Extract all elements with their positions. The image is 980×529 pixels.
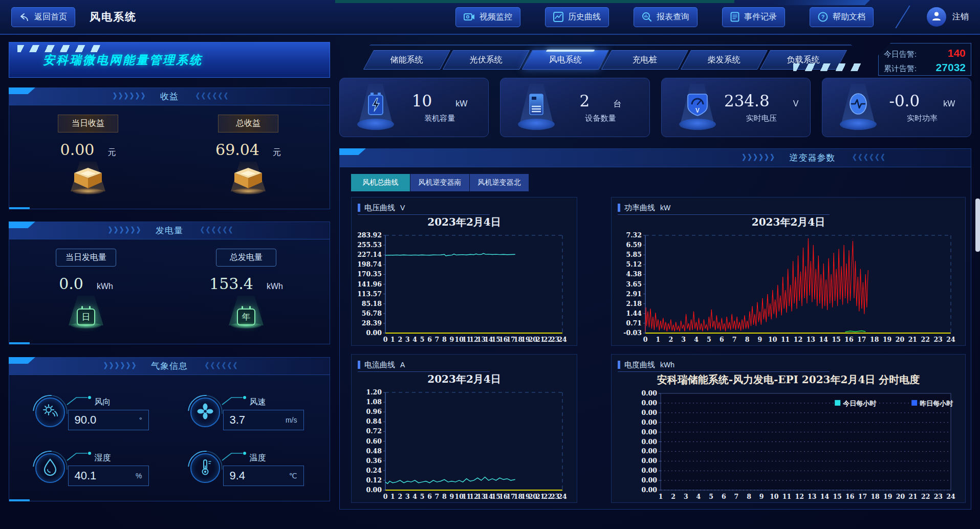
- power-pulse-icon: [845, 91, 871, 119]
- realtime-voltage-value: 234.8: [724, 92, 770, 110]
- energy-chart-heading: 安科瑞储能系统-风力发电-EPI 2023年2月4日 分时电度: [618, 371, 959, 388]
- top-nav-buttons: 视频监控 历史曲线 报表查询 事件记录 ? 帮助文档: [455, 7, 874, 27]
- inverter-panel-header: 》》》》》》 逆变器参数 《《《《《《: [340, 149, 971, 167]
- temperature-unit: ℃: [289, 472, 297, 480]
- voltage-chart-plot: 283.92255.53227.14198.74170.35141.96113.…: [358, 230, 571, 344]
- device-count-card: 2 台 设备数量: [500, 78, 649, 137]
- alarm-summary-box: 今日告警: 140 累计告警: 27032: [878, 43, 971, 76]
- tab-fan-total-curve[interactable]: 风机总曲线: [351, 174, 410, 191]
- alarm-stripes-decoration: [793, 63, 865, 71]
- help-doc-button[interactable]: ? 帮助文档: [810, 7, 874, 27]
- svg-text:10: 10: [770, 493, 779, 500]
- tab-wind-system[interactable]: 风电系统: [522, 50, 609, 70]
- svg-text:15: 15: [833, 493, 841, 500]
- title-bar-icon: [618, 361, 620, 369]
- video-monitor-button[interactable]: 视频监控: [455, 7, 520, 27]
- report-query-button[interactable]: 报表查询: [634, 7, 698, 27]
- tab-diesel-system[interactable]: 柴发系统: [681, 50, 768, 70]
- svg-text:16: 16: [844, 336, 854, 343]
- svg-text:85.18: 85.18: [362, 300, 382, 307]
- humidity-unit: %: [136, 472, 142, 480]
- svg-text:17: 17: [858, 493, 867, 500]
- svg-text:20: 20: [896, 336, 905, 343]
- svg-text:3.65: 3.65: [626, 280, 642, 288]
- svg-text:19: 19: [883, 336, 891, 343]
- svg-text:23: 23: [934, 493, 943, 500]
- wind-speed-unit: m/s: [286, 416, 297, 424]
- daily-income-metric: 当日收益 0.00 元: [58, 115, 118, 194]
- day-calendar-icon: 日: [61, 296, 111, 328]
- svg-text:24: 24: [558, 493, 567, 500]
- svg-text:5: 5: [707, 336, 711, 343]
- device-count-label: 设备数量: [585, 114, 616, 123]
- charts-grid: 电压曲线 V 2023年2月4日 283.92255.53227.14198.7…: [351, 197, 966, 503]
- svg-text:2: 2: [668, 336, 673, 343]
- tab-pv-system[interactable]: 光伏系统: [443, 50, 530, 70]
- avatar-person-icon: [930, 10, 943, 24]
- humidity-value-box: 40.1 %: [68, 466, 149, 486]
- voltage-chart-card: 电压曲线 V 2023年2月4日 283.92255.53227.14198.7…: [351, 197, 577, 346]
- user-avatar[interactable]: [927, 7, 946, 27]
- svg-text:3: 3: [405, 493, 410, 500]
- wind-direction-value: 90.0: [75, 413, 97, 427]
- svg-text:2.18: 2.18: [626, 300, 642, 307]
- svg-text:3: 3: [405, 336, 410, 343]
- svg-text:9: 9: [759, 493, 764, 500]
- svg-text:8: 8: [747, 493, 751, 500]
- svg-text:4: 4: [412, 336, 417, 343]
- video-monitor-label: 视频监控: [480, 12, 512, 23]
- history-curve-label: 历史曲线: [568, 12, 601, 23]
- tab-fan-inverter-south[interactable]: 风机逆变器南: [410, 174, 470, 191]
- current-chart-title: 电流曲线: [364, 360, 395, 370]
- svg-text:13: 13: [808, 493, 816, 500]
- realtime-power-value: -0.0: [889, 92, 920, 110]
- svg-text:19: 19: [883, 493, 892, 500]
- svg-text:24: 24: [946, 493, 955, 500]
- page-title: 风电系统: [90, 10, 137, 24]
- income-panel: 》》》》》》 收益 《《《《《《 当日收益 0.00 元: [9, 87, 330, 209]
- back-arrow-icon: [19, 12, 30, 22]
- system-tabs-row: 储能系统 光伏系统 风电系统 充电桩 柴发系统 负载系统 今日告警: 140 累…: [339, 42, 971, 74]
- svg-text:8: 8: [442, 493, 447, 500]
- svg-text:2.91: 2.91: [626, 290, 642, 298]
- scrollbar[interactable]: [975, 199, 980, 252]
- connector-line: [66, 393, 93, 408]
- svg-text:昨日每小时: 昨日每小时: [920, 400, 953, 407]
- back-home-button[interactable]: 返回首页: [11, 7, 75, 27]
- current-chart-date: 2023年2月4日: [358, 371, 571, 387]
- device-count-icon: [525, 91, 548, 120]
- camera-icon: [464, 12, 475, 21]
- tab-storage-system[interactable]: 储能系统: [363, 50, 450, 70]
- total-generation-value: 153.4: [209, 275, 253, 293]
- installed-capacity-unit: kW: [455, 99, 467, 108]
- logout-button[interactable]: 注销: [952, 12, 969, 23]
- brand-panel: 安科瑞微电网能量管理系统: [9, 42, 330, 78]
- svg-text:1: 1: [390, 493, 395, 500]
- daily-generation-unit: kWh: [97, 282, 113, 291]
- svg-text:255.53: 255.53: [358, 241, 382, 249]
- top-corner-decoration: [773, 0, 870, 5]
- daily-income-unit: 元: [107, 147, 116, 158]
- svg-text:170.35: 170.35: [358, 270, 382, 278]
- event-log-button[interactable]: 事件记录: [722, 7, 785, 27]
- svg-text:10: 10: [768, 336, 777, 343]
- svg-text:6: 6: [720, 336, 724, 343]
- arrows-left-decoration: 《《《《《《: [192, 92, 226, 101]
- history-curve-button[interactable]: 历史曲线: [545, 7, 609, 27]
- total-generation-metric: 总发电量 153.4 kWh 年: [209, 249, 283, 328]
- svg-text:2: 2: [398, 336, 402, 343]
- svg-text:0.00: 0.00: [642, 476, 658, 484]
- svg-text:?: ?: [821, 14, 825, 20]
- total-generation-unit: kWh: [267, 282, 283, 291]
- today-alarm-value: 140: [948, 47, 966, 59]
- svg-text:283.92: 283.92: [358, 231, 382, 239]
- help-doc-label: 帮助文档: [833, 12, 865, 23]
- svg-text:11: 11: [781, 336, 790, 343]
- svg-text:227.14: 227.14: [358, 251, 382, 258]
- tab-fan-inverter-north[interactable]: 风机逆变器北: [470, 174, 529, 191]
- humidity-label: 湿度: [95, 453, 111, 464]
- income-panel-header: 》》》》》》 收益 《《《《《《: [9, 88, 330, 105]
- wind-speed-item: 风速 3.7 m/s: [169, 384, 324, 440]
- tab-charging-pile[interactable]: 充电桩: [601, 50, 688, 70]
- svg-text:7: 7: [435, 336, 440, 343]
